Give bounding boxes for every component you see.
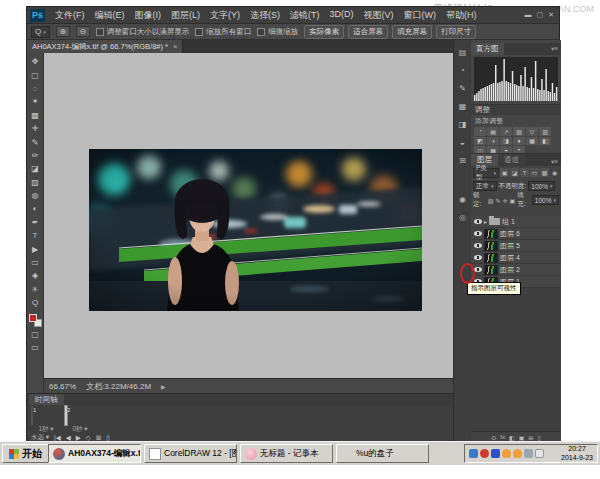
layer-name[interactable]: 图层 6 (500, 229, 520, 239)
collapsed-panel-icon[interactable]: ▤ (456, 48, 470, 59)
layers-bottom-icon[interactable]: ⊙ (491, 434, 496, 441)
option-button[interactable]: 适合屏幕 (348, 25, 388, 39)
tool-icon[interactable]: ◐ (28, 202, 43, 215)
layer-row[interactable]: ▸ 图层 6 (471, 228, 561, 240)
start-button[interactable]: 开始 (2, 444, 49, 463)
collapsed-panel-icon[interactable]: ◒ (456, 138, 470, 149)
tool-icon[interactable]: ✶ (28, 95, 43, 108)
panel-menu-icon[interactable]: ▾≡ (551, 45, 561, 53)
zoom-tool-preset[interactable]: Q ▾ (31, 26, 50, 38)
menu-item[interactable]: 图像(I) (130, 9, 167, 22)
menu-item[interactable]: 文件(F) (50, 9, 90, 22)
adjustment-icon[interactable]: ◧ (539, 137, 551, 146)
panel-menu-icon[interactable]: ▾≡ (551, 158, 561, 166)
collapsed-panel-icon[interactable]: ▦ (456, 102, 470, 113)
taskbar-item[interactable]: %u的盘子 (336, 444, 429, 463)
status-menu-arrow-icon[interactable]: ▶ (161, 383, 166, 390)
layer-visibility-toggle[interactable] (473, 255, 482, 260)
taskbar-item[interactable]: AH0AX374-编辑x.t... (48, 444, 141, 463)
zoom-in-button[interactable]: ⊕ (56, 26, 70, 37)
security-icon[interactable] (491, 449, 500, 458)
option-button[interactable]: 实际像素 (304, 25, 344, 39)
layers-bottom-icon[interactable]: ▣ (519, 434, 525, 441)
filter-toggle-icon[interactable]: ◉ (550, 168, 559, 177)
adjustment-icon[interactable]: ◔ (474, 127, 486, 136)
tool-icon[interactable]: ◈ (28, 269, 43, 282)
volume-icon[interactable] (469, 449, 478, 458)
taskbar-item[interactable]: 无标题 - 记事本 (240, 444, 333, 463)
foreground-color-swatch[interactable] (29, 314, 37, 322)
tool-icon[interactable]: ✥ (28, 55, 43, 68)
option-checkbox[interactable]: 缩放所有窗口 (195, 27, 251, 37)
collapsed-panel-icon[interactable]: ◨ (456, 120, 470, 131)
layer-row[interactable]: ▸ 图层 5 (471, 240, 561, 252)
layer-filter-icon[interactable]: ▣ (500, 168, 509, 177)
tool-icon[interactable]: ✛ (28, 122, 43, 135)
fill-select[interactable]: 100%▾ (532, 195, 559, 205)
network-icon[interactable] (480, 449, 489, 458)
tool-icon[interactable]: ▨ (28, 176, 43, 189)
layers-bottom-icon[interactable]: ▯ (537, 434, 540, 441)
menu-item[interactable]: 选择(S) (245, 9, 285, 22)
layer-thumbnail[interactable] (484, 265, 498, 275)
zoom-level[interactable]: 66.67% (49, 382, 76, 391)
menu-item[interactable]: 窗口(W) (399, 9, 442, 22)
tool-icon[interactable]: ✎ (28, 135, 43, 148)
layer-filter-icon[interactable]: ◪ (510, 168, 519, 177)
menu-item[interactable]: 帮助(H) (441, 9, 482, 22)
animation-frame[interactable]: 2 0秒 ▾ (65, 407, 95, 434)
tool-icon[interactable]: ✏ (28, 149, 43, 162)
screen-mode-icon[interactable]: ▢ (28, 327, 43, 340)
adjustment-icon[interactable]: ▽ (526, 127, 538, 136)
tool-icon[interactable]: ◪ (28, 162, 43, 175)
collapsed-panel-icon[interactable]: ⊞ (456, 156, 470, 167)
layer-row[interactable]: ▸ 图层 4 (471, 252, 561, 264)
collapsed-panel-icon[interactable]: ◉ (456, 195, 470, 206)
tool-icon[interactable]: ✒ (28, 216, 43, 229)
adjustment-icon[interactable]: ◑ (487, 137, 499, 146)
tab-histogram[interactable]: 直方图 (471, 43, 504, 55)
menu-item[interactable]: 视图(V) (359, 9, 399, 22)
qq-icon[interactable] (513, 449, 522, 458)
menu-item[interactable]: 文字(Y) (205, 9, 245, 22)
menu-item[interactable]: 图层(L) (166, 9, 205, 22)
group-expander-icon[interactable]: ▸ (484, 218, 487, 225)
lock-icon[interactable]: ✎ (495, 197, 500, 204)
layer-visibility-toggle[interactable] (473, 231, 482, 236)
document-tab[interactable]: AH0AX374-编辑x.tif @ 66.7%(RGB/8#) * × (27, 40, 183, 53)
collapsed-panel-icon[interactable]: ✎ (456, 84, 470, 95)
adjustment-icon[interactable]: ♦ (513, 137, 525, 146)
input-icon[interactable] (546, 449, 555, 458)
tool-icon[interactable]: ▭ (28, 256, 43, 269)
tab-timeline[interactable]: 时间轴 (29, 394, 64, 405)
tool-icon[interactable]: ▩ (28, 109, 43, 122)
adjustment-icon[interactable]: ↗ (500, 127, 512, 136)
animation-frame[interactable]: 1 1秒 ▾ (31, 407, 61, 434)
layer-name[interactable]: 图层 5 (500, 241, 520, 251)
layer-visibility-toggle[interactable] (473, 243, 482, 248)
messenger-icon[interactable] (502, 449, 511, 458)
layer-name[interactable]: 组 1 (502, 217, 515, 227)
menu-item[interactable]: 3D(D) (325, 9, 359, 22)
layer-visibility-toggle[interactable] (473, 219, 482, 224)
qq2-icon[interactable] (524, 449, 533, 458)
layer-thumbnail[interactable] (484, 241, 498, 251)
adjustment-icon[interactable]: ▥ (539, 127, 551, 136)
layer-thumbnail[interactable] (484, 229, 498, 239)
tool-icon[interactable]: ◌ (28, 82, 43, 95)
layer-name[interactable]: 图层 2 (500, 265, 520, 275)
layer-row[interactable]: ▸ 组 1 (471, 216, 561, 228)
layer-filter-dropdown[interactable]: P类型 ▾ (473, 168, 499, 178)
adjustment-icon[interactable]: ▤ (487, 127, 499, 136)
collapsed-panel-icon[interactable]: ◔ (456, 66, 470, 77)
opacity-select[interactable]: 100%▾ (528, 181, 555, 191)
window-control-icon[interactable]: ▢ (537, 11, 544, 19)
menu-item[interactable]: 滤镜(T) (285, 9, 325, 22)
window-control-icon[interactable]: ✕ (548, 11, 554, 19)
option-button[interactable]: 打印尺寸 (436, 25, 476, 39)
tool-icon[interactable]: ◍ (28, 189, 43, 202)
layer-filter-icon[interactable]: T (520, 168, 529, 177)
canvas-area[interactable] (44, 53, 453, 378)
tab-channels[interactable]: 通道 (498, 154, 525, 166)
layer-name[interactable]: 图层 4 (500, 253, 520, 263)
